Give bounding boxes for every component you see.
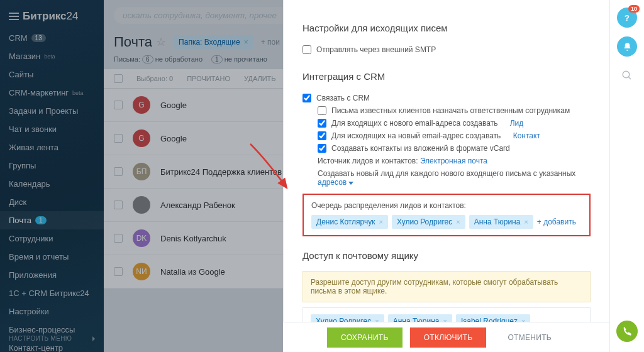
sidebar-item-Магазин[interactable]: Магазинbeta [0, 47, 104, 65]
star-icon[interactable]: ☆ [156, 35, 166, 49]
delete-button[interactable]: УДАЛИТЬ [244, 75, 276, 82]
help-icon[interactable]: ?10 [617, 8, 637, 28]
sidebar-item-Время и отчеты[interactable]: Время и отчеты [0, 248, 104, 266]
bell-icon[interactable] [617, 36, 637, 57]
queue-tag[interactable]: Денис Котлярчук× [311, 215, 388, 229]
menu-icon[interactable] [9, 16, 19, 17]
sidebar-item-Диск[interactable]: Диск [0, 193, 104, 211]
svg-point-0 [623, 71, 630, 78]
sidebar-item-Сотрудники[interactable]: Сотрудники [0, 229, 104, 248]
chevron-right-icon [92, 336, 95, 341]
logo: Битрикс24 [0, 6, 104, 29]
avatar: DK [133, 229, 150, 247]
lead-source: Источник лидов и контактов: Электронная … [303, 155, 591, 167]
sidebar-item-Приложения[interactable]: Приложения [0, 266, 104, 284]
sidebar-item-Группы[interactable]: Группы [0, 157, 104, 175]
sidebar-item-Настройки[interactable]: Настройки [0, 302, 104, 321]
opt-smtp[interactable]: Отправлять через внешний SMTP [303, 43, 591, 56]
access-note: Разрешите доступ другим сотрудникам, кот… [303, 271, 591, 302]
sidebar-item-Чат и звонки[interactable]: Чат и звонки [0, 120, 104, 138]
row-checkbox[interactable] [114, 267, 123, 276]
folder-filter[interactable]: Папка: Входящие× [174, 35, 253, 49]
section-outgoing: Настройки для исходящих писем [303, 23, 591, 33]
panel-footer: СОХРАНИТЬ ОТКЛЮЧИТЬ ОТМЕНИТЬ [283, 322, 609, 352]
search-more[interactable]: + пои [261, 38, 280, 47]
rightbar: ?10 [609, 0, 644, 352]
avatar: G [133, 129, 150, 147]
sidebar-settings[interactable]: НАСТРОИТЬ МЕНЮ [0, 331, 104, 346]
sidebar-item-Живая лента[interactable]: Живая лента [0, 138, 104, 157]
queue-tag[interactable]: Анна Тюрина× [469, 215, 533, 229]
sidebar-item-CRM[interactable]: CRM13 [0, 29, 104, 47]
row-checkbox[interactable] [114, 167, 123, 176]
notification-badge: 10 [628, 5, 640, 13]
opt-vcard[interactable]: Создавать контакты из вложений в формате… [303, 142, 591, 155]
sidebar-item-Задачи и Проекты[interactable]: Задачи и Проекты [0, 102, 104, 120]
settings-panel: Настройки для исходящих писем Отправлять… [283, 0, 609, 352]
sidebar: Битрикс24 CRM13МагазинbetaСайтыCRM-марке… [0, 0, 104, 352]
search-icon[interactable] [617, 65, 637, 85]
row-checkbox[interactable] [114, 201, 123, 209]
sidebar-item-Почта[interactable]: Почта1 [0, 211, 104, 229]
save-button[interactable]: СОХРАНИТЬ [327, 327, 402, 348]
cancel-button[interactable]: ОТМЕНИТЬ [494, 327, 565, 348]
svg-line-1 [628, 77, 631, 79]
queue-tag[interactable]: Хулио Родригес× [392, 215, 465, 229]
avatar [133, 196, 150, 214]
new-lead-rule: Создавать новый лид для каждого нового в… [303, 167, 591, 189]
opt-crm[interactable]: Связать с CRM [303, 92, 591, 104]
opt-known-clients[interactable]: Письма известных клиентов назначать отве… [303, 104, 591, 117]
queue-label: Очередь распределения лидов и контактов: [311, 201, 582, 210]
row-checkbox[interactable] [114, 101, 123, 109]
avatar: NИ [133, 263, 150, 280]
add-queue-button[interactable]: + добавить [537, 217, 576, 226]
sidebar-item-Сайты[interactable]: Сайты [0, 65, 104, 84]
queue-highlight: Очередь распределения лидов и контактов:… [303, 194, 591, 236]
phone-fab[interactable] [616, 321, 638, 342]
select-all-checkbox[interactable] [114, 74, 123, 83]
disable-button[interactable]: ОТКЛЮЧИТЬ [410, 327, 487, 348]
sidebar-item-Календарь[interactable]: Календарь [0, 175, 104, 193]
row-checkbox[interactable] [114, 234, 123, 243]
sidebar-item-1С + CRM Битрикс24[interactable]: 1С + CRM Битрикс24 [0, 284, 104, 302]
sidebar-item-CRM-маркетинг[interactable]: CRM-маркетингbeta [0, 84, 104, 102]
opt-outgoing-contact[interactable]: Для исходящих на новый email-адрес созда… [303, 129, 591, 142]
page-title: Почта ☆ [114, 34, 166, 50]
opt-incoming-lead[interactable]: Для входящих с нового email-адреса созда… [303, 117, 591, 129]
row-checkbox[interactable] [114, 134, 123, 143]
mark-read-button[interactable]: ПРОЧИТАНО [187, 75, 230, 82]
section-crm: Интеграция с CRM [303, 71, 591, 82]
avatar: БП [133, 163, 150, 180]
selected-count: Выбрано: 0 [136, 75, 173, 82]
avatar: G [133, 96, 150, 114]
section-access: Доступ к почтовому ящику [303, 250, 591, 261]
